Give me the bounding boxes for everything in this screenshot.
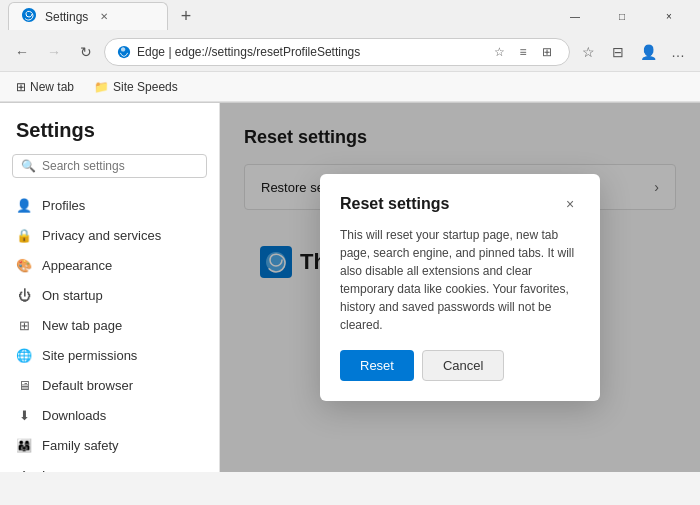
browser-icon: 🖥: [16, 377, 32, 393]
nav-right-controls: ☆ ⊟ 👤 …: [574, 38, 692, 66]
address-bar[interactable]: Edge | edge://settings/resetProfileSetti…: [104, 38, 570, 66]
sidebar-item-languages[interactable]: A Languages: [0, 460, 219, 472]
window-controls: — □ ×: [552, 0, 692, 32]
modal-close-button[interactable]: ×: [560, 194, 580, 214]
favorites-button[interactable]: ☆: [574, 38, 602, 66]
settings-more-button[interactable]: …: [664, 38, 692, 66]
language-icon: A: [16, 467, 32, 472]
tab-close-button[interactable]: ✕: [96, 9, 112, 25]
sidebar-item-permissions[interactable]: 🌐 Site permissions: [0, 340, 219, 370]
sidebar-item-downloads[interactable]: ⬇ Downloads: [0, 400, 219, 430]
content-area: Settings 🔍 👤 Profiles 🔒 Privacy and serv…: [0, 103, 700, 472]
new-tab-button[interactable]: +: [172, 2, 200, 30]
sidebar-item-browser[interactable]: 🖥 Default browser: [0, 370, 219, 400]
appearance-icon: 🎨: [16, 257, 32, 273]
minimize-button[interactable]: —: [552, 0, 598, 32]
reset-button[interactable]: Reset: [340, 350, 414, 381]
sidebar-item-family[interactable]: 👨‍👩‍👧 Family safety: [0, 430, 219, 460]
address-favicon: [117, 45, 131, 59]
bookmarks-bar: ⊞ New tab 📁 Site Speeds: [0, 72, 700, 102]
sidebar-item-privacy[interactable]: 🔒 Privacy and services: [0, 220, 219, 250]
cancel-button[interactable]: Cancel: [422, 350, 504, 381]
navigation-bar: ← → ↻ Edge | edge://settings/resetProfil…: [0, 32, 700, 72]
modal-header: Reset settings ×: [340, 194, 580, 214]
modal-title: Reset settings: [340, 195, 449, 213]
profile-button[interactable]: 👤: [634, 38, 662, 66]
sidebar-item-profiles[interactable]: 👤 Profiles: [0, 190, 219, 220]
main-panel: Reset settings Restore settings to their…: [220, 103, 700, 472]
refresh-button[interactable]: ↻: [72, 38, 100, 66]
newtab-icon: ⊞: [16, 317, 32, 333]
modal-actions: Reset Cancel: [340, 350, 580, 381]
bookmark-site-speeds[interactable]: 📁 Site Speeds: [86, 78, 186, 96]
globe-icon: 🌐: [16, 347, 32, 363]
reset-settings-modal: Reset settings × This will reset your st…: [320, 174, 600, 401]
collections-button[interactable]: ⊟: [604, 38, 632, 66]
search-icon: 🔍: [21, 159, 36, 173]
startup-icon: ⏻: [16, 287, 32, 303]
forward-button[interactable]: →: [40, 38, 68, 66]
modal-body: This will reset your startup page, new t…: [340, 226, 580, 334]
maximize-button[interactable]: □: [599, 0, 645, 32]
address-actions: ☆ ≡ ⊞: [489, 42, 557, 62]
tab-title: Settings: [45, 10, 88, 24]
extensions-icon[interactable]: ⊞: [537, 42, 557, 62]
new-tab-icon: ⊞: [16, 80, 26, 94]
sidebar-item-appearance[interactable]: 🎨 Appearance: [0, 250, 219, 280]
folder-icon: 📁: [94, 80, 109, 94]
person-icon: 👤: [16, 197, 32, 213]
download-icon: ⬇: [16, 407, 32, 423]
sidebar-item-newtab[interactable]: ⊞ New tab page: [0, 310, 219, 340]
back-button[interactable]: ←: [8, 38, 36, 66]
modal-overlay: Reset settings × This will reset your st…: [220, 103, 700, 472]
bookmark-new-tab[interactable]: ⊞ New tab: [8, 78, 82, 96]
active-tab[interactable]: Settings ✕: [8, 2, 168, 30]
read-aloud-icon[interactable]: ≡: [513, 42, 533, 62]
favorites-icon[interactable]: ☆: [489, 42, 509, 62]
sidebar-item-startup[interactable]: ⏻ On startup: [0, 280, 219, 310]
sidebar-title: Settings: [0, 119, 219, 154]
address-text: Edge | edge://settings/resetProfileSetti…: [137, 45, 483, 59]
search-box[interactable]: 🔍: [12, 154, 207, 178]
family-icon: 👨‍👩‍👧: [16, 437, 32, 453]
close-button[interactable]: ×: [646, 0, 692, 32]
lock-icon: 🔒: [16, 227, 32, 243]
search-input[interactable]: [42, 159, 198, 173]
sidebar: Settings 🔍 👤 Profiles 🔒 Privacy and serv…: [0, 103, 220, 472]
tab-favicon: [21, 7, 37, 26]
